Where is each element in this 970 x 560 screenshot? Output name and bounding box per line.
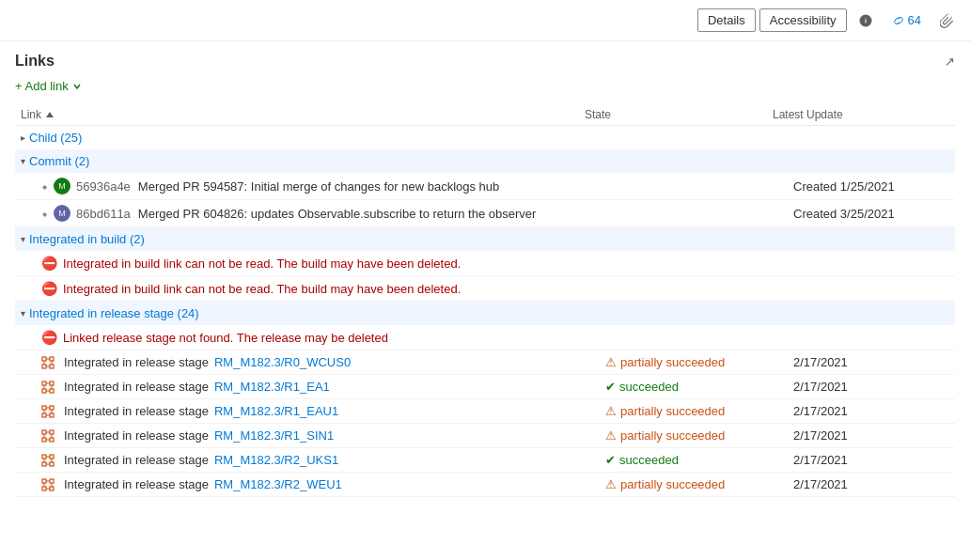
chevron-icon: ▾: [21, 308, 25, 319]
status-label: partially succeeded: [620, 355, 725, 369]
svg-rect-27: [50, 438, 54, 442]
group-row[interactable]: ▸ Child (25): [15, 126, 955, 150]
main-content: Links ↗ + Add link Link: [0, 41, 970, 508]
warning-icon: ⚠: [605, 477, 617, 491]
group-row[interactable]: ▾ Commit (2): [15, 149, 955, 173]
avatar: M: [54, 205, 70, 222]
release-status: ⚠ partially succeeded: [579, 399, 767, 424]
svg-rect-9: [42, 389, 46, 393]
release-status: ✔ succeeded: [579, 375, 767, 399]
status-partial: ⚠ partially succeeded: [605, 355, 761, 369]
commit-state: [579, 173, 767, 200]
error-icon: ⛔: [41, 256, 57, 271]
expand-icon[interactable]: ↗: [945, 54, 955, 69]
release-stage-row[interactable]: Integrated in release stage RM_M182.3/R0…: [15, 350, 955, 375]
svg-rect-0: [42, 357, 46, 361]
scroll-container[interactable]: Link State Latest Update ▸: [15, 104, 955, 497]
col-update-header: Latest Update: [767, 104, 955, 126]
release-link[interactable]: RM_M182.3/R1_EA1: [214, 380, 330, 394]
history-button[interactable]: [851, 9, 881, 32]
status-partial: ⚠ partially succeeded: [605, 404, 761, 418]
release-prefix: Integrated in release stage: [64, 428, 209, 443]
links-table: Link State Latest Update ▸: [15, 104, 955, 497]
group-name: Child (25): [29, 131, 82, 145]
svg-rect-11: [50, 389, 54, 393]
svg-rect-10: [50, 381, 54, 385]
commit-hash: 56936a4e: [76, 179, 131, 194]
warning-icon: ⚠: [605, 355, 617, 369]
release-stage-icon: [41, 429, 55, 443]
svg-rect-42: [50, 479, 54, 483]
chevron-icon: ▾: [21, 156, 25, 166]
svg-rect-3: [50, 365, 54, 368]
commit-icon: ⬥: [41, 179, 48, 193]
release-stage-row[interactable]: Integrated in release stage RM_M182.3/R1…: [15, 399, 955, 424]
group-name: Integrated in release stage (24): [29, 306, 199, 320]
commit-icon: ⬥: [41, 207, 48, 220]
commit-date: Created 3/25/2021: [767, 200, 955, 227]
commit-message: Merged PR 604826: updates Observable.sub…: [138, 207, 536, 221]
svg-rect-19: [50, 413, 54, 417]
release-link[interactable]: RM_M182.3/R2_WEU1: [214, 477, 342, 491]
chevron-icon: ▾: [21, 234, 25, 244]
links-title: Links: [15, 53, 55, 70]
release-status: ⚠ partially succeeded: [579, 473, 767, 497]
chevron-down-icon: [72, 82, 82, 91]
details-button[interactable]: Details: [697, 8, 756, 32]
release-prefix: Integrated in release stage: [64, 404, 209, 418]
sort-asc-icon: [45, 110, 55, 119]
status-partial: ⚠ partially succeeded: [605, 477, 761, 491]
release-stage-icon: [41, 478, 55, 491]
release-stage-icon: [41, 454, 55, 467]
svg-rect-25: [42, 438, 46, 442]
svg-rect-35: [50, 462, 54, 466]
release-link[interactable]: RM_M182.3/R2_UKS1: [214, 453, 338, 467]
release-link[interactable]: RM_M182.3/R1_EAU1: [214, 404, 338, 418]
status-label: succeeded: [619, 453, 679, 467]
status-partial: ⚠ partially succeeded: [605, 428, 761, 443]
release-stage-row[interactable]: Integrated in release stage RM_M182.3/R1…: [15, 375, 955, 399]
svg-rect-33: [42, 462, 46, 466]
group-name: Commit (2): [29, 154, 89, 168]
status-label: partially succeeded: [620, 428, 725, 443]
commit-hash: 86bd611a: [76, 207, 131, 221]
release-status: ✔ succeeded: [579, 448, 767, 473]
commit-row[interactable]: ⬥ M 56936a4e Merged PR 594587: Initial m…: [15, 173, 955, 200]
release-stage-row[interactable]: Integrated in release stage RM_M182.3/R1…: [15, 424, 955, 448]
release-link[interactable]: RM_M182.3/R0_WCUS0: [214, 355, 351, 369]
release-link[interactable]: RM_M182.3/R1_SIN1: [214, 428, 334, 443]
attachment-button[interactable]: [932, 9, 962, 32]
svg-rect-40: [42, 479, 46, 483]
error-row: ⛔ Linked release stage not found. The re…: [15, 325, 955, 350]
release-stage-row[interactable]: Integrated in release stage RM_M182.3/R2…: [15, 448, 955, 473]
check-icon: ✔: [605, 453, 616, 467]
links-button[interactable]: 64: [884, 9, 929, 31]
svg-rect-24: [42, 430, 46, 434]
release-date: 2/17/2021: [767, 448, 955, 473]
error-row: ⛔ Integrated in build link can not be re…: [15, 251, 955, 276]
add-link-button[interactable]: + Add link: [15, 77, 82, 95]
svg-rect-41: [42, 487, 46, 490]
commit-message: Merged PR 594587: Initial merge of chang…: [138, 179, 499, 194]
error-message: Linked release stage not found. The rele…: [63, 331, 388, 345]
group-row[interactable]: ▾ Integrated in release stage (24): [15, 302, 955, 326]
accessibility-button[interactable]: Accessibility: [759, 8, 847, 32]
release-date: 2/17/2021: [767, 375, 955, 399]
commit-state: [579, 200, 767, 227]
group-row[interactable]: ▾ Integrated in build (2): [15, 227, 955, 252]
release-stage-icon: [41, 356, 55, 369]
svg-rect-1: [42, 365, 46, 368]
release-stage-icon: [41, 405, 55, 418]
svg-rect-43: [50, 487, 54, 490]
link-icon: [892, 14, 905, 27]
svg-rect-18: [50, 406, 54, 410]
commit-row[interactable]: ⬥ M 86bd611a Merged PR 604826: updates O…: [15, 200, 955, 227]
release-date: 2/17/2021: [767, 424, 955, 448]
attachment-icon: [940, 13, 955, 28]
history-icon: [858, 13, 873, 28]
release-stage-row[interactable]: Integrated in release stage RM_M182.3/R2…: [15, 473, 955, 497]
status-success: ✔ succeeded: [605, 380, 761, 394]
links-header: Links ↗: [15, 53, 955, 70]
error-message: Integrated in build link can not be read…: [63, 282, 461, 296]
col-state-header: State: [579, 104, 767, 126]
